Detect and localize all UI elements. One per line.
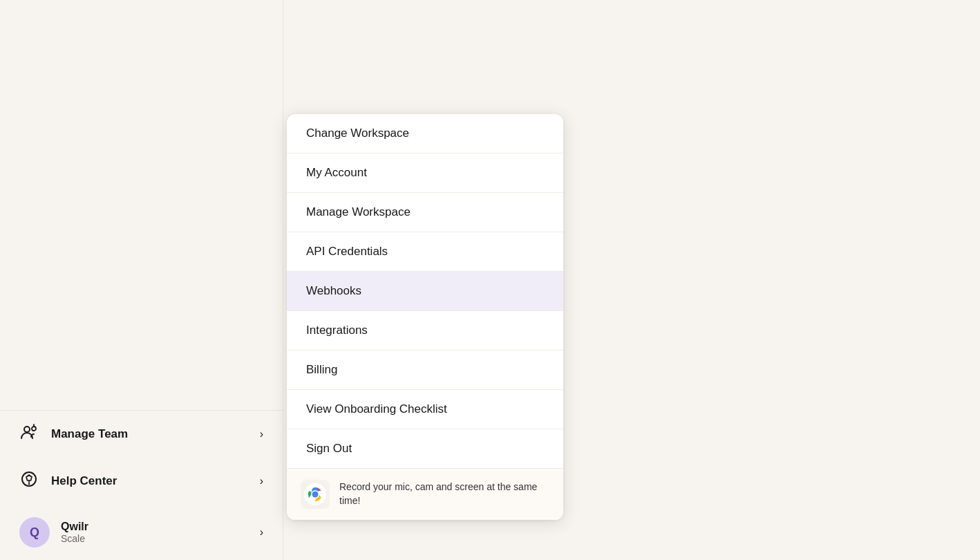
dropdown-item-integrations[interactable]: Integrations	[287, 311, 563, 350]
manage-team-icon	[19, 423, 39, 445]
help-center-chevron: ›	[260, 475, 263, 487]
sidebar-item-manage-team[interactable]: Manage Team ›	[0, 411, 283, 458]
chrome-extension-banner[interactable]: Record your mic, cam and screen at the s…	[287, 468, 563, 520]
help-center-label: Help Center	[51, 474, 247, 488]
dropdown-menu: Change Workspace My Account Manage Works…	[287, 114, 563, 520]
manage-team-chevron: ›	[260, 428, 263, 440]
workspace-name: Qwilr	[61, 521, 249, 533]
sidebar-item-help-center[interactable]: Help Center ›	[0, 458, 283, 505]
sidebar-top	[0, 0, 283, 410]
dropdown-item-webhooks[interactable]: Webhooks	[287, 272, 563, 310]
dropdown-item-api-credentials[interactable]: API Credentials	[287, 232, 563, 271]
dropdown-item-manage-workspace[interactable]: Manage Workspace	[287, 193, 563, 232]
help-center-icon	[19, 470, 39, 492]
svg-point-0	[24, 427, 30, 432]
workspace-plan: Scale	[61, 533, 249, 544]
svg-point-10	[312, 492, 319, 498]
svg-point-1	[32, 427, 36, 431]
dropdown-item-change-workspace[interactable]: Change Workspace	[287, 114, 563, 153]
workspace-avatar: Q	[19, 517, 50, 548]
chrome-icon	[301, 480, 330, 509]
main-area: Change Workspace My Account Manage Works…	[283, 0, 980, 560]
sidebar-bottom: Manage Team › Help Center ›	[0, 410, 283, 505]
workspace-info: Qwilr Scale	[61, 521, 249, 544]
sidebar: Manage Team › Help Center › Q Qwilr Scal…	[0, 0, 283, 560]
dropdown-item-sign-out[interactable]: Sign Out	[287, 429, 563, 468]
dropdown-item-billing[interactable]: Billing	[287, 351, 563, 389]
dropdown-item-view-onboarding-checklist[interactable]: View Onboarding Checklist	[287, 390, 563, 429]
svg-point-4	[28, 483, 30, 485]
workspace-chevron: ›	[260, 526, 263, 539]
dropdown-item-my-account[interactable]: My Account	[287, 153, 563, 192]
manage-team-label: Manage Team	[51, 427, 247, 441]
workspace-footer[interactable]: Q Qwilr Scale ›	[0, 505, 283, 560]
chrome-banner-text: Record your mic, cam and screen at the s…	[339, 480, 549, 507]
